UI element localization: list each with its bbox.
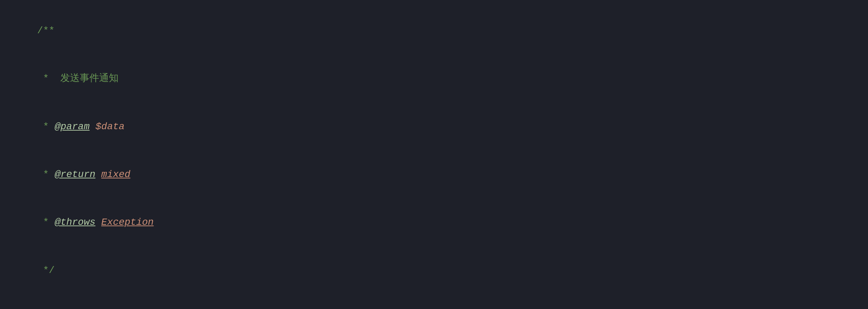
- code-line-2: * 发送事件通知: [14, 55, 854, 103]
- code-line-7: public function sendNotice($data): [14, 294, 854, 309]
- code-line-4: * @return mixed: [14, 151, 854, 198]
- code-line-6: */: [14, 247, 854, 294]
- code-line-5: * @throws Exception: [14, 199, 854, 247]
- code-line-3: * @param $data: [14, 103, 854, 151]
- code-editor: /** * 发送事件通知 * @param $data * @return mi…: [0, 0, 868, 309]
- code-line-1: /**: [14, 7, 854, 55]
